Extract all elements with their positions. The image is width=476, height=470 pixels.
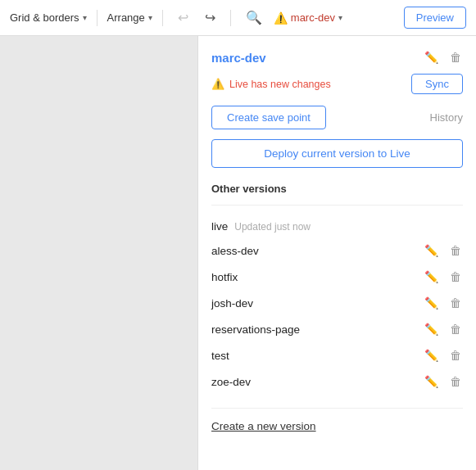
version-item-test-left: test [211, 350, 229, 362]
grid-borders-group: Grid & borders ▾ [10, 11, 87, 24]
delete-zoe-dev-button[interactable]: 🗑 [448, 373, 463, 390]
version-item-hotfix-left: hotfix [211, 271, 238, 283]
edit-current-version-button[interactable]: ✏️ [423, 49, 440, 66]
deploy-button[interactable]: Deploy current version to Live [211, 139, 463, 168]
delete-test-button[interactable]: 🗑 [448, 347, 463, 364]
version-item-reservations-page: reservations-page ✏️ 🗑 [211, 316, 463, 342]
delete-hotfix-button[interactable]: 🗑 [448, 269, 463, 285]
edit-test-button[interactable]: ✏️ [423, 347, 440, 364]
canvas-area [0, 36, 197, 470]
version-item-test-actions: ✏️ 🗑 [423, 347, 463, 364]
branch-chevron-icon: ▾ [338, 13, 342, 22]
version-item-live: live Updated just now [211, 215, 463, 237]
version-item-reservations-page-left: reservations-page [211, 323, 300, 336]
alert-message: Live has new changes [229, 79, 331, 90]
versions-panel: marc-dev ✏️ 🗑 ⚠️ Live has new changes Sy… [197, 36, 476, 470]
main-content: marc-dev ✏️ 🗑 ⚠️ Live has new changes Sy… [0, 36, 476, 470]
undo-button[interactable]: ↩ [173, 7, 193, 29]
version-item-live-tag: Updated just now [234, 221, 311, 233]
delete-josh-dev-button[interactable]: 🗑 [448, 295, 463, 311]
edit-aless-dev-button[interactable]: ✏️ [423, 242, 440, 259]
sync-button[interactable]: Sync [411, 74, 463, 94]
delete-reservations-page-button[interactable]: 🗑 [448, 321, 463, 337]
grid-borders-label: Grid & borders [10, 11, 79, 24]
version-item-hotfix-name: hotfix [211, 271, 238, 283]
version-item-reservations-page-actions: ✏️ 🗑 [423, 321, 463, 337]
warning-group: ⚠️ marc-dev ▾ [274, 11, 342, 25]
preview-button[interactable]: Preview [404, 7, 466, 29]
divider-2 [162, 10, 163, 26]
divider-1 [97, 10, 97, 26]
current-version-name: marc-dev [211, 51, 266, 65]
version-item-aless-dev-name: aless-dev [211, 245, 259, 257]
version-item-aless-dev-actions: ✏️ 🗑 [423, 242, 463, 259]
panel-inner: marc-dev ✏️ 🗑 ⚠️ Live has new changes Sy… [198, 36, 476, 446]
version-item-hotfix-actions: ✏️ 🗑 [423, 269, 463, 285]
search-icon[interactable]: 🔍 [241, 7, 267, 29]
edit-josh-dev-button[interactable]: ✏️ [423, 295, 440, 311]
delete-aless-dev-button[interactable]: 🗑 [448, 242, 463, 259]
version-item-live-left: live Updated just now [211, 220, 311, 233]
version-item-zoe-dev: zoe-dev ✏️ 🗑 [211, 368, 463, 395]
arrange-chevron-icon: ▾ [148, 13, 152, 22]
toolbar: Grid & borders ▾ Arrange ▾ ↩ ↪ 🔍 ⚠️ marc… [0, 0, 476, 36]
arrange-group: Arrange ▾ [107, 11, 152, 24]
warning-icon: ⚠️ [274, 11, 288, 25]
other-versions-title: Other versions [211, 183, 463, 195]
version-item-live-name: live [211, 220, 228, 233]
create-new-version-button[interactable]: Create a new version [211, 420, 316, 432]
current-version-header: marc-dev ✏️ 🗑 [211, 49, 463, 66]
versions-divider [211, 205, 463, 206]
version-item-josh-dev-left: josh-dev [211, 297, 253, 310]
current-version-actions: ✏️ 🗑 [423, 49, 463, 66]
create-new-section: Create a new version [211, 408, 463, 433]
alert-text: ⚠️ Live has new changes [211, 78, 331, 90]
version-item-hotfix: hotfix ✏️ 🗑 [211, 264, 463, 290]
version-item-josh-dev: josh-dev ✏️ 🗑 [211, 290, 463, 316]
version-item-zoe-dev-actions: ✏️ 🗑 [423, 373, 463, 390]
edit-reservations-page-button[interactable]: ✏️ [423, 321, 440, 337]
version-item-reservations-page-name: reservations-page [211, 323, 300, 336]
edit-zoe-dev-button[interactable]: ✏️ [423, 373, 440, 390]
actions-row: Create save point History [211, 106, 463, 129]
version-item-test: test ✏️ 🗑 [211, 342, 463, 368]
history-button[interactable]: History [430, 111, 463, 124]
version-item-test-name: test [211, 350, 229, 362]
version-item-aless-dev-left: aless-dev [211, 245, 259, 257]
grid-borders-chevron-icon: ▾ [83, 13, 87, 22]
version-item-zoe-dev-left: zoe-dev [211, 376, 251, 388]
divider-3 [230, 10, 231, 26]
alert-row: ⚠️ Live has new changes Sync [211, 74, 463, 94]
delete-current-version-button[interactable]: 🗑 [448, 49, 463, 66]
version-item-josh-dev-name: josh-dev [211, 297, 253, 310]
edit-hotfix-button[interactable]: ✏️ [423, 269, 440, 285]
branch-name-label: marc-dev [291, 11, 335, 24]
version-item-aless-dev: aless-dev ✏️ 🗑 [211, 237, 463, 264]
version-list: live Updated just now aless-dev ✏️ 🗑 [211, 215, 463, 395]
alert-icon: ⚠️ [211, 78, 224, 90]
redo-button[interactable]: ↪ [200, 7, 220, 29]
version-item-josh-dev-actions: ✏️ 🗑 [423, 295, 463, 311]
create-save-point-button[interactable]: Create save point [211, 106, 326, 129]
arrange-label: Arrange [107, 11, 145, 24]
version-item-zoe-dev-name: zoe-dev [211, 376, 251, 388]
